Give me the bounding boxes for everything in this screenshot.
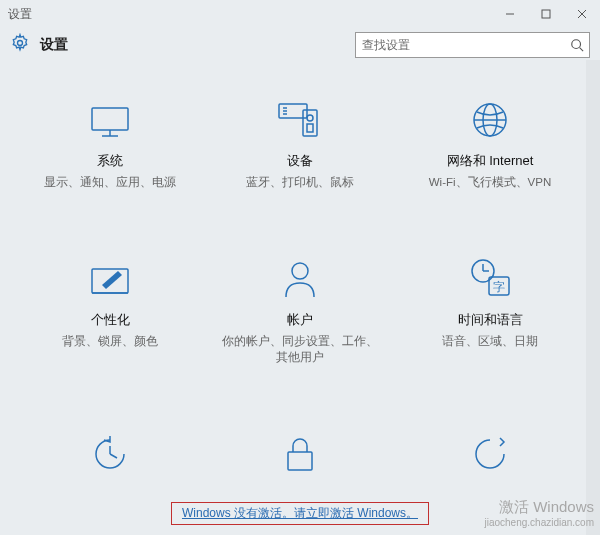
svg-point-15 <box>307 115 313 121</box>
svg-text:字: 字 <box>493 280 505 294</box>
svg-point-22 <box>292 263 308 279</box>
page-title: 设置 <box>40 36 68 54</box>
tile-personalization[interactable]: 个性化 背景、锁屏、颜色 <box>30 251 190 366</box>
personalize-icon <box>88 251 132 299</box>
window-controls <box>492 0 600 28</box>
tile-ease-of-access[interactable] <box>30 426 190 486</box>
tile-title: 个性化 <box>91 311 130 329</box>
tile-accounts[interactable]: 帐户 你的帐户、同步设置、工作、其他用户 <box>220 251 380 366</box>
tile-title: 设备 <box>287 152 313 170</box>
titlebar: 设置 <box>0 0 600 28</box>
svg-rect-30 <box>288 452 312 470</box>
minimize-icon <box>505 9 515 19</box>
tile-subtitle: Wi-Fi、飞行模式、VPN <box>429 174 551 191</box>
tile-subtitle: 蓝牙、打印机、鼠标 <box>246 174 354 191</box>
tile-time-language[interactable]: 字 时间和语言 语音、区域、日期 <box>410 251 570 366</box>
minimize-button[interactable] <box>492 0 528 28</box>
tile-title: 网络和 Internet <box>447 152 534 170</box>
tile-devices[interactable]: 设备 蓝牙、打印机、鼠标 <box>220 92 380 191</box>
ease-of-access-icon <box>90 426 130 474</box>
svg-point-4 <box>18 41 23 46</box>
close-icon <box>577 9 587 19</box>
search-field[interactable] <box>355 32 590 58</box>
watermark-line1: 激活 Windows <box>484 498 594 517</box>
settings-grid: 系统 显示、通知、应用、电源 设备 蓝牙、打印机、鼠标 <box>20 92 580 486</box>
svg-rect-7 <box>92 108 128 130</box>
time-language-icon: 字 <box>467 251 513 299</box>
display-icon <box>88 92 132 140</box>
window-title: 设置 <box>8 6 32 23</box>
activation-watermark: 激活 Windows jiaocheng.chazidian.com <box>484 498 594 529</box>
content: 系统 显示、通知、应用、电源 设备 蓝牙、打印机、鼠标 <box>0 62 600 486</box>
search-input[interactable] <box>356 33 589 57</box>
tile-title: 系统 <box>97 152 123 170</box>
search-icon[interactable] <box>568 36 586 54</box>
maximize-icon <box>541 9 551 19</box>
tile-subtitle: 背景、锁屏、颜色 <box>62 333 158 350</box>
tile-subtitle: 你的帐户、同步设置、工作、其他用户 <box>220 333 380 366</box>
tile-network[interactable]: 网络和 Internet Wi-Fi、飞行模式、VPN <box>410 92 570 191</box>
tile-update-security[interactable] <box>410 426 570 486</box>
tile-title: 时间和语言 <box>458 311 523 329</box>
lock-icon <box>283 426 317 474</box>
close-button[interactable] <box>564 0 600 28</box>
svg-line-6 <box>580 48 584 52</box>
tile-system[interactable]: 系统 显示、通知、应用、电源 <box>30 92 190 191</box>
gear-icon <box>10 33 30 57</box>
header: 设置 <box>0 28 600 62</box>
globe-icon <box>470 92 510 140</box>
svg-rect-1 <box>542 10 550 18</box>
devices-icon <box>277 92 323 140</box>
maximize-button[interactable] <box>528 0 564 28</box>
svg-line-29 <box>110 454 117 458</box>
person-icon <box>282 251 318 299</box>
tile-privacy[interactable] <box>220 426 380 486</box>
tile-subtitle: 语音、区域、日期 <box>442 333 538 350</box>
watermark-line2: jiaocheng.chazidian.com <box>484 517 594 530</box>
update-icon <box>470 426 510 474</box>
tile-subtitle: 显示、通知、应用、电源 <box>44 174 176 191</box>
tile-title: 帐户 <box>287 311 313 329</box>
activate-windows-link[interactable]: Windows 没有激活。请立即激活 Windows。 <box>171 502 429 525</box>
svg-rect-16 <box>307 124 313 132</box>
svg-point-5 <box>572 40 581 49</box>
